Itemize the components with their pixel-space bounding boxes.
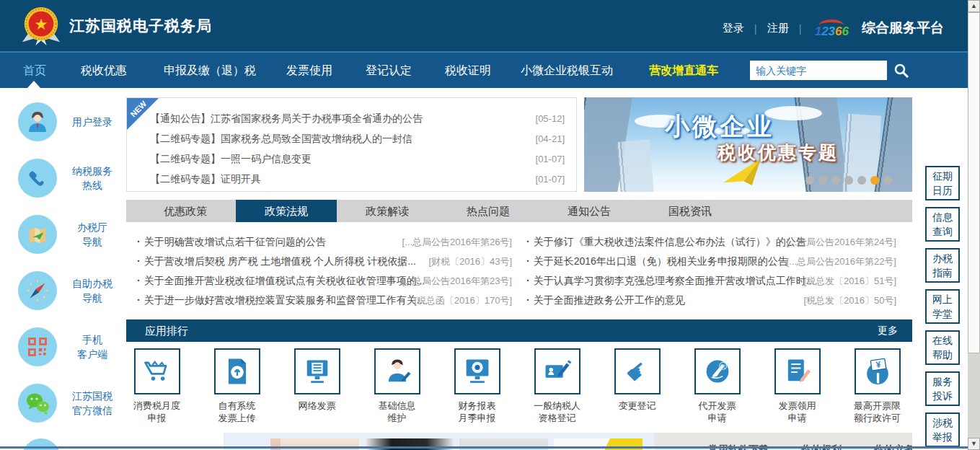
nav-item-tax-benefits[interactable]: 税收优惠 xyxy=(81,53,127,88)
search-icon[interactable] xyxy=(893,62,910,79)
sidebar-item-self-service-nav[interactable]: 自助办税 导航 xyxy=(0,271,123,320)
news-link[interactable]: 关于认真学习贯彻李克强总理考察全面推开营改增试点工作时...[税总发〔2016〕… xyxy=(526,271,896,291)
news-link[interactable]: 关于全面推进政务公开工作的意见[税总发〔2016〕50号] xyxy=(526,291,896,310)
phone-icon xyxy=(18,159,57,198)
svg-text:代: 代 xyxy=(719,363,725,370)
login-link[interactable]: 登录 xyxy=(723,22,744,35)
notice-box: NEW 【通知公告】江苏省国家税务局关于办税事项全省通办的公告 [05-12] … xyxy=(126,97,577,192)
rail-online-help[interactable]: 在线 帮助 xyxy=(925,330,960,365)
nav-item-registration[interactable]: 登记认定 xyxy=(366,53,412,88)
news-link[interactable]: 关于明确营改增试点若干征管问题的公告[...总局公告2016年第26号] xyxy=(137,232,512,252)
nav-item-tax-certificate[interactable]: 税收证明 xyxy=(445,53,491,88)
sidebar-item-mobile-client[interactable]: 手机 客户端 xyxy=(0,327,123,376)
app-financial-report-declare[interactable]: 财务报表 月季申报 xyxy=(438,348,516,424)
notice-link[interactable]: 【通知公告】江苏省国家税务局关于办税事项全省通办的公告 [05-12] xyxy=(150,109,565,128)
carousel-dot[interactable] xyxy=(857,176,866,185)
tab-announcements[interactable]: 通知公告 xyxy=(539,200,640,222)
notice-link[interactable]: 【二维码专题】国家税务总局致全国营改增纳税人的一封信 [04-21] xyxy=(150,129,565,149)
news-ref: [税总发〔2016〕50号] xyxy=(803,291,896,310)
building-silhouette xyxy=(617,139,655,192)
sidebar-item-service-hotline[interactable]: 纳税服务 热线 xyxy=(0,159,123,208)
scroll-thumb[interactable] xyxy=(968,12,980,353)
cart-icon xyxy=(134,348,180,394)
site-title: 江苏国税电子税务局 xyxy=(69,16,212,36)
profile-edit-icon xyxy=(374,348,420,394)
map-icon xyxy=(18,215,57,254)
user-icon xyxy=(18,102,57,141)
carousel-dot-active[interactable] xyxy=(870,176,879,185)
apps-section-title: 应用排行 xyxy=(145,319,188,342)
tab-hot-issues[interactable]: 热点问题 xyxy=(438,200,539,222)
news-ref: [...总局公告2016年第23号] xyxy=(402,271,512,291)
nav-item-declare-pay[interactable]: 申报及缴（退）税 xyxy=(164,53,256,88)
news-ref: [财税〔2016〕43号] xyxy=(428,252,512,271)
notice-date: [01-07] xyxy=(536,149,565,169)
notice-link[interactable]: 【二维码专题】一照一码户信息变更 [01-07] xyxy=(150,149,565,169)
app-max-invoice-limit-permit[interactable]: ¥ 最高开票限 额行政许可 xyxy=(838,348,917,424)
tab-policy-regulations[interactable]: 政策法规 xyxy=(236,200,337,222)
carousel-dot[interactable] xyxy=(844,176,853,185)
carousel-dot[interactable] xyxy=(818,176,827,185)
sidebar-item-tax-hall-nav[interactable]: 办税厅 导航 xyxy=(0,215,123,264)
notice-date: [05-12] xyxy=(536,109,565,128)
app-online-invoice[interactable]: 网络发票 xyxy=(278,348,356,412)
rail-collection-calendar[interactable]: 征期 日历 xyxy=(925,166,960,200)
banner-title: 小微企业 xyxy=(665,110,774,144)
rail-tax-guide[interactable]: 办税 指南 xyxy=(925,248,960,283)
scroll-up-button[interactable]: ▲ xyxy=(968,0,980,12)
app-own-system-invoice-upload[interactable]: 自有系统 发票上传 xyxy=(198,348,276,424)
qrcode-icon xyxy=(18,327,57,366)
rail-info-query[interactable]: 信息 查询 xyxy=(925,207,960,242)
app-basic-info-maintenance[interactable]: 基础信息 维护 xyxy=(358,348,436,424)
app-change-registration[interactable]: ☛ 变更登记 xyxy=(598,348,676,412)
vertical-scrollbar[interactable]: ▲ ▼ xyxy=(968,0,980,450)
hotline-12366-logo: 12366 xyxy=(815,19,849,38)
rail-online-school[interactable]: 网上 学堂 xyxy=(925,289,960,324)
carousel-dot[interactable] xyxy=(831,176,840,185)
app-issue-invoice-request[interactable]: 代 代开发票 申请 xyxy=(678,348,756,424)
policy-tabbar: 优惠政策 政策法规 政策解读 热点问题 通知公告 国税资讯 xyxy=(126,200,912,222)
svg-text:★: ★ xyxy=(34,16,48,33)
header-links: 登录 | 注册 | 12366 综合服务平台 xyxy=(723,19,944,38)
search-input[interactable] xyxy=(750,61,887,80)
tab-policy-interpretation[interactable]: 政策解读 xyxy=(337,200,438,222)
sidebar-item-user-login[interactable]: 用户登录 xyxy=(0,102,123,151)
divider: | xyxy=(754,22,757,35)
rail-service-complaint[interactable]: 服务 投诉 xyxy=(925,371,960,406)
news-link[interactable]: 关于进一步做好营改增税控装置安装服务和监督管理工作有关...[税总函〔2016〕… xyxy=(137,291,512,310)
register-link[interactable]: 注册 xyxy=(767,22,789,35)
active-nav-caret xyxy=(27,81,40,88)
apps-section-header: 应用排行 更多 xyxy=(126,319,912,342)
change-register-icon: ☛ xyxy=(614,348,661,394)
scroll-down-button[interactable]: ▼ xyxy=(968,438,980,450)
notice-link[interactable]: 【二维码专题】证明开具 [01-07] xyxy=(150,169,565,189)
national-emblem-logo: ★ xyxy=(20,5,62,47)
news-ref: [税总函〔2016〕170号] xyxy=(414,291,512,310)
footer-divider xyxy=(0,446,968,449)
nav-item-invoice-use[interactable]: 发票使用 xyxy=(286,53,332,88)
tab-tax-news[interactable]: 国税资讯 xyxy=(640,200,741,222)
apps-more-link[interactable]: 更多 xyxy=(878,319,898,342)
header: ★ 江苏国税电子税务局 登录 | 注册 | 12366 综合服务平台 xyxy=(0,0,980,51)
sidebar-item-official-wechat[interactable]: 江苏国税 官方微信 xyxy=(0,384,123,433)
news-column-left: 关于明确营改增试点若干征管问题的公告[...总局公告2016年第26号] 关于营… xyxy=(137,231,512,310)
compass-icon xyxy=(18,271,57,310)
carousel-dot[interactable] xyxy=(805,176,814,185)
divider: | xyxy=(799,22,802,35)
news-link[interactable]: 关于延长2016年出口退（免）税相关业务申报期限的公告[...总局公告2016年… xyxy=(526,252,896,271)
rail-tax-report[interactable]: 涉税 举报 xyxy=(925,412,960,447)
tab-preferential-policy[interactable]: 优惠政策 xyxy=(135,200,236,222)
news-link[interactable]: 关于全面推开营业税改征增值税试点有关税收征收管理事项的...[...总局公告20… xyxy=(137,271,512,291)
app-invoice-receive-request[interactable]: 发票领用 申请 xyxy=(758,348,836,424)
nav-item-vat-reform[interactable]: 营改增直通车 xyxy=(649,53,718,88)
news-column-right: 关于修订《重大税收违法案件信息公布办法（试行）》的公告[...总局公告2016年… xyxy=(526,231,896,310)
news-link[interactable]: 关于修订《重大税收违法案件信息公布办法（试行）》的公告[...总局公告2016年… xyxy=(526,232,896,252)
carousel-dot[interactable] xyxy=(883,176,892,185)
upload-invoice-icon xyxy=(214,348,260,394)
promo-banner[interactable]: 小微企业 税收优惠专题 xyxy=(584,97,912,192)
app-consumption-tax-declare[interactable]: 消费税月度 申报 xyxy=(118,348,196,424)
news-link[interactable]: 关于营改增后契税 房产税 土地增值税 个人所得税 计税依据...[财税〔2016… xyxy=(137,252,512,271)
nav-item-small-biz-bank[interactable]: 小微企业税银互动 xyxy=(521,53,613,88)
app-general-taxpayer-register[interactable]: 一般纳税人 资格登记 xyxy=(518,348,596,424)
notice-date: [01-07] xyxy=(536,169,565,189)
